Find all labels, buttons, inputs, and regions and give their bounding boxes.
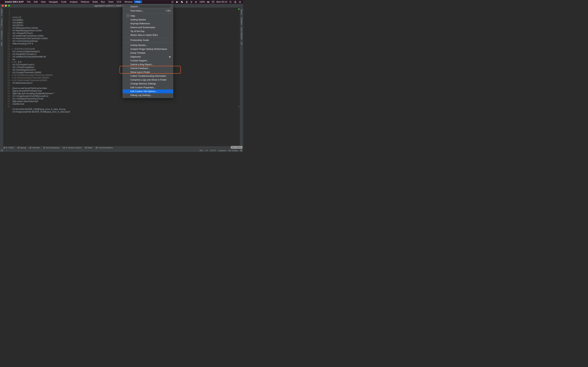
- left-gutter-2-favorites[interactable]: 2: Favorites: [1, 30, 3, 40]
- help-item-find-action-[interactable]: Find Action...⇧⌘A: [123, 9, 173, 13]
- toolstrip-label: Communications: [98, 147, 113, 149]
- wechat-icon[interactable]: [181, 1, 183, 3]
- window-maximize-button[interactable]: [8, 5, 10, 7]
- toolstrip-terminal[interactable]: Terminal: [30, 147, 40, 149]
- menu-separator: [123, 38, 173, 38]
- indent-setting[interactable]: 4 spaces: [218, 150, 226, 151]
- help-item-show-log-in-finder[interactable]: Show Log in Finder: [123, 70, 173, 74]
- window-close-button[interactable]: [2, 5, 4, 7]
- toolstrip-icon: [43, 147, 45, 149]
- help-item-tip-of-the-day[interactable]: Tip of the Day: [123, 29, 173, 33]
- app-name[interactable]: IntelliJ IDEA-EAP: [3, 0, 25, 4]
- menu-code[interactable]: Code: [60, 0, 68, 3]
- macos-menubar: IntelliJ IDEA-EAP FileEditViewNavigateCo…: [0, 0, 243, 4]
- status-widget-icon[interactable]: [240, 150, 242, 151]
- status-bar: 38:1 LF UTF-8 4 spaces Git: master: [0, 149, 243, 152]
- toolstrip-spring[interactable]: Spring: [18, 147, 26, 149]
- help-item-help[interactable]: Help: [123, 14, 173, 18]
- menu-run[interactable]: Run: [99, 0, 107, 3]
- code-line[interactable]: [12, 113, 240, 116]
- help-item-dump-threads[interactable]: Dump Threads: [123, 51, 173, 55]
- notification-icon[interactable]: [171, 1, 174, 3]
- toolstrip-icon: [3, 147, 5, 149]
- right-gutter-bean-validation[interactable]: Bean Validation: [241, 27, 242, 40]
- menubar-right: 100% Mon 00:14: [171, 0, 243, 4]
- help-item-what-s-new-in-intellij-idea[interactable]: What's New in IntelliJ IDEA: [123, 33, 173, 37]
- git-branch[interactable]: Git: master: [228, 150, 238, 151]
- menu-build[interactable]: Build: [91, 0, 99, 3]
- help-search-input[interactable]: [139, 5, 171, 8]
- menu-edit[interactable]: Edit: [32, 0, 39, 3]
- help-item-compress-logs-and-show-in-finder[interactable]: Compress Logs and Show in Finder: [123, 78, 173, 82]
- toolstrip-label: Terminal: [32, 147, 40, 149]
- tool-window-toggle-icon[interactable]: [1, 150, 3, 151]
- svg-rect-6: [212, 1, 214, 3]
- toolstrip-label: Spring: [20, 147, 26, 149]
- help-item-edit-custom-properties-[interactable]: Edit Custom Properties...: [123, 86, 173, 90]
- line-separator[interactable]: LF: [206, 150, 208, 151]
- toolstrip-9-version-control[interactable]: 9: Version Control: [63, 147, 81, 149]
- menubar-clock[interactable]: Mon 00:14: [216, 0, 227, 4]
- help-item-demos-and-screencasts[interactable]: Demos and Screencasts: [123, 25, 173, 29]
- menu-help[interactable]: Help: [134, 0, 142, 3]
- toolstrip-communications[interactable]: Communications: [96, 147, 113, 149]
- help-item-analyze-plugin-startup-performance[interactable]: Analyze Plugin Startup Performance: [123, 47, 173, 51]
- menu-refactor[interactable]: Refactor: [79, 0, 91, 3]
- code-line[interactable]: -XX:ErrorFile=$USER_HOME/java_error_in_i…: [12, 108, 240, 111]
- help-search-row: Search: [123, 4, 173, 9]
- menu-window[interactable]: Window: [123, 0, 134, 3]
- line-number-gutter: 1234567891011121314151617181920212223242…: [3, 8, 11, 146]
- toolstrip-build[interactable]: Build: [85, 147, 92, 149]
- wifi-icon[interactable]: [190, 1, 193, 3]
- spotlight-icon[interactable]: [229, 1, 232, 3]
- file-encoding[interactable]: UTF-8: [210, 150, 216, 151]
- menu-analyze[interactable]: Analyze: [68, 0, 79, 3]
- toolstrip-java-enterprise[interactable]: Java Enterprise: [43, 147, 59, 149]
- help-item-contact-support-[interactable]: Contact Support...: [123, 59, 173, 63]
- help-item-change-memory-settings[interactable]: Change Memory Settings: [123, 82, 173, 86]
- menu-view[interactable]: View: [39, 0, 47, 3]
- siri-icon[interactable]: [234, 1, 237, 3]
- send-icon[interactable]: [176, 1, 179, 3]
- code-line[interactable]: -Xverify:none: [12, 103, 240, 105]
- caret-position[interactable]: 38:1: [199, 150, 203, 151]
- left-gutter-1-project[interactable]: 1: Project: [1, 9, 3, 16]
- right-gutter-maven[interactable]: Maven: [241, 9, 242, 15]
- menu-vcs[interactable]: VCS: [115, 0, 123, 3]
- help-item-diagnostic[interactable]: Diagnostic▶: [123, 55, 173, 59]
- help-item-edit-custom-vm-options-[interactable]: Edit Custom VM Options...: [123, 90, 173, 93]
- svg-point-1: [182, 1, 183, 3]
- volume-icon[interactable]: [195, 1, 197, 3]
- help-item-keymap-reference[interactable]: Keymap Reference: [123, 22, 173, 25]
- help-item-submit-a-bug-report-[interactable]: Submit a Bug Report...: [123, 63, 173, 67]
- toolstrip-icon: [18, 147, 19, 149]
- code-line[interactable]: [12, 105, 240, 108]
- window-minimize-button[interactable]: [5, 5, 7, 7]
- toolstrip-label: 6: TODO: [6, 147, 14, 149]
- help-item-debug-log-settings-[interactable]: Debug Log Settings...: [123, 93, 173, 97]
- calendar-icon[interactable]: [212, 1, 214, 3]
- menu-navigate[interactable]: Navigate: [47, 0, 59, 3]
- help-item-getting-started[interactable]: Getting Started: [123, 18, 173, 22]
- help-item-activity-monitor-[interactable]: Activity Monitor...: [123, 43, 173, 47]
- toolstrip-6-todo[interactable]: 6: TODO: [3, 147, 14, 149]
- code-editor[interactable]: 1234567891011121314151617181920212223242…: [3, 8, 240, 146]
- help-item-collect-troubleshooting-information[interactable]: Collect Troubleshooting Information: [123, 74, 173, 78]
- menu-file[interactable]: File: [25, 0, 32, 3]
- left-gutter-7-structure[interactable]: 7: Structure: [1, 19, 3, 28]
- menubar-left: IntelliJ IDEA-EAP FileEditViewNavigateCo…: [0, 0, 142, 4]
- bluetooth-icon[interactable]: [185, 1, 188, 3]
- control-center-icon[interactable]: [239, 1, 241, 3]
- svg-point-9: [235, 1, 236, 2]
- help-item-productivity-guide[interactable]: Productivity Guide: [123, 38, 173, 42]
- analysis-stripe: [238, 8, 240, 146]
- help-menu-dropdown: Search Find Action...⇧⌘AHelpGetting Star…: [122, 4, 173, 98]
- left-gutter-web[interactable]: Web: [1, 42, 3, 46]
- code-line[interactable]: -Djdk.attach.allowAttachSelf: [12, 100, 240, 103]
- help-item-submit-feedback-[interactable]: Submit Feedback...: [123, 67, 173, 70]
- battery-icon[interactable]: [207, 1, 210, 3]
- code-line[interactable]: -XX:HeapDumpPath=$USER_HOME/java_error_i…: [12, 111, 240, 113]
- right-gutter-ant[interactable]: Ant: [241, 42, 242, 45]
- menu-tools[interactable]: Tools: [107, 0, 115, 3]
- right-gutter-database[interactable]: Database: [241, 17, 242, 25]
